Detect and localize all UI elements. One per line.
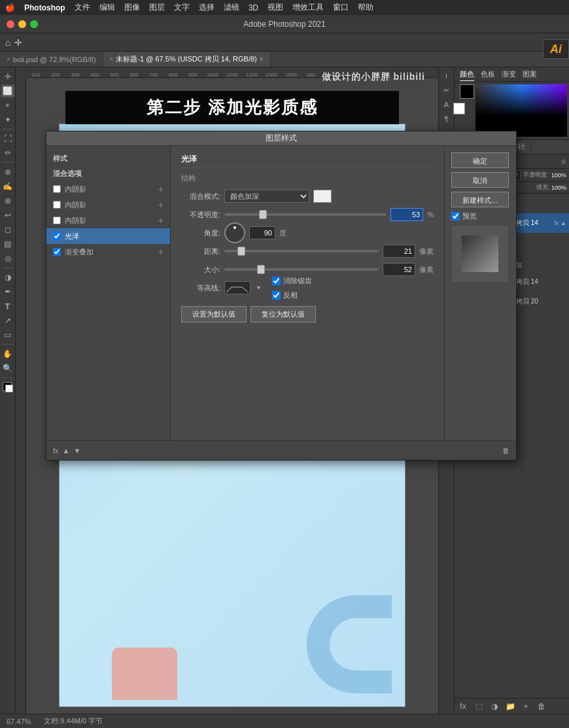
footer-delete-btn[interactable]: 🗑 [502, 447, 509, 455]
tab-boli-close[interactable]: × [7, 56, 10, 63]
footer-up-btn[interactable]: ▲ [63, 447, 70, 455]
stamp-tool[interactable]: ⊗ [1, 194, 14, 207]
history-tool[interactable]: ↩ [1, 209, 14, 222]
selection-tool[interactable]: ⬜ [1, 84, 14, 97]
right-panel-icon-2[interactable]: ✂ [441, 84, 453, 96]
home-icon[interactable]: ⌂ [5, 37, 10, 48]
layer-fx-badge-sel[interactable]: fx ▲ [555, 220, 566, 226]
checkbox-gloss[interactable] [53, 232, 61, 240]
apple-menu[interactable]: 🍎 [5, 3, 15, 12]
crop-tool[interactable]: ⛶ [1, 132, 14, 145]
add-gradient-overlay[interactable]: + [158, 247, 164, 257]
layer-filter-toggle[interactable]: ⊙ [561, 158, 566, 165]
dialog-item-inner-shadow-2[interactable]: 内阴影 + [46, 197, 170, 213]
foreground-color[interactable] [1, 381, 14, 394]
menu-help[interactable]: 帮助 [358, 2, 373, 13]
size-input[interactable] [383, 263, 415, 276]
add-layer-btn[interactable]: + [520, 702, 532, 711]
ok-button[interactable]: 确定 [451, 152, 509, 168]
opacity-input[interactable] [390, 208, 423, 221]
lasso-tool[interactable]: ⌖ [1, 99, 14, 112]
zoom-tool[interactable]: 🔍 [1, 362, 14, 375]
opacity-value[interactable]: 100% [551, 172, 566, 179]
size-slider[interactable] [224, 268, 379, 271]
add-mask-btn[interactable]: ⬚ [473, 702, 485, 711]
menu-layer[interactable]: 图层 [149, 2, 165, 13]
menu-view[interactable]: 视图 [267, 2, 283, 13]
opacity-slider-thumb[interactable] [259, 210, 267, 219]
hand-tool[interactable]: ✋ [1, 347, 14, 360]
checkbox-inner-shadow-2[interactable] [53, 201, 61, 209]
move-tool[interactable]: ✛ [1, 70, 14, 83]
text-tool[interactable]: T [1, 300, 14, 313]
footer-down-btn[interactable]: ▼ [73, 447, 80, 455]
menu-image[interactable]: 图像 [124, 2, 140, 13]
tab-untitled[interactable]: × 未标题-1 @ 67.5% (UISDC 拷贝 14, RGB/8) × [103, 52, 271, 67]
shape-tool[interactable]: ▭ [1, 328, 14, 341]
menu-type[interactable]: 文字 [174, 2, 190, 13]
eraser-tool[interactable]: ◻ [1, 223, 14, 236]
color-spectrum[interactable] [475, 84, 567, 137]
menu-window[interactable]: 窗口 [333, 2, 349, 13]
blend-mode-select-dialog[interactable]: 颜色加深 [224, 190, 309, 203]
add-inner-shadow-2[interactable]: + [158, 199, 164, 210]
reset-default-btn[interactable]: 复位为默认值 [250, 306, 316, 322]
healing-tool[interactable]: ⊕ [1, 165, 14, 179]
dialog-item-inner-shadow-3[interactable]: 内阴影 + [46, 213, 170, 228]
dodge-tool[interactable]: ◑ [1, 271, 14, 284]
checkbox-inner-shadow-3[interactable] [53, 217, 61, 224]
menu-filter[interactable]: 滤镜 [224, 2, 239, 13]
add-inner-shadow-1[interactable]: + [158, 184, 164, 194]
distance-slider[interactable] [224, 250, 379, 252]
fill-value[interactable]: 100% [551, 184, 566, 191]
pen-tool[interactable]: ✒ [1, 285, 14, 298]
tab-untitled-close[interactable]: × [110, 56, 114, 63]
brush-tool[interactable]: ✍ [1, 180, 14, 193]
eyedropper-tool[interactable]: ✏ [1, 147, 14, 160]
maximize-button[interactable] [30, 20, 38, 28]
add-group-btn[interactable]: 📁 [504, 702, 516, 711]
gradient-tool[interactable]: ▤ [1, 237, 14, 251]
add-style-btn[interactable]: fx [457, 702, 469, 711]
menu-3d[interactable]: 3D [249, 3, 258, 12]
dialog-item-gloss[interactable]: 光泽 [46, 228, 170, 244]
minimize-button[interactable] [18, 20, 26, 28]
menu-file[interactable]: 文件 [75, 2, 90, 13]
cancel-button[interactable]: 取消 [451, 172, 509, 188]
right-panel-icon-3[interactable]: A [441, 99, 453, 111]
tab-swatch[interactable]: 色板 [481, 68, 495, 80]
dialog-item-gradient-overlay[interactable]: 渐变叠加 + [46, 244, 170, 260]
menu-edit[interactable]: 编辑 [99, 2, 115, 13]
right-panel-icon-4[interactable]: ¶ [441, 113, 453, 125]
move-tool-icon[interactable]: ✛ [14, 37, 22, 48]
tab-color[interactable]: 颜色 [460, 68, 474, 81]
footer-fx-btn[interactable]: fx [53, 447, 59, 455]
add-inner-shadow-3[interactable]: + [158, 215, 164, 226]
path-tool[interactable]: ↗ [1, 314, 14, 327]
dialog-item-inner-shadow-1[interactable]: 内阴影 + [46, 181, 170, 197]
opacity-slider[interactable] [224, 213, 387, 216]
tab-gradient[interactable]: 渐变 [502, 68, 516, 80]
new-style-button[interactable]: 新建样式... [451, 192, 509, 207]
add-adjustment-btn[interactable]: ◑ [489, 702, 500, 711]
blur-tool[interactable]: ◎ [1, 252, 14, 265]
angle-input[interactable] [249, 226, 275, 239]
blend-color-swatch[interactable] [313, 190, 332, 203]
layer-style-dialog[interactable]: 图层样式 样式 混合选项 内阴影 + 内阴影 + [46, 131, 517, 460]
background-color-square[interactable] [453, 103, 465, 114]
angle-dial[interactable] [224, 222, 245, 243]
tab-pattern[interactable]: 图案 [523, 68, 537, 80]
invert-checkbox[interactable] [272, 291, 281, 300]
set-default-btn[interactable]: 设置为默认值 [181, 306, 247, 322]
preview-checkbox[interactable] [451, 212, 460, 220]
distance-input[interactable] [383, 245, 415, 258]
contour-expand-icon[interactable]: ▼ [256, 285, 262, 291]
menu-select[interactable]: 选择 [199, 2, 215, 13]
checkbox-gradient-overlay[interactable] [53, 248, 61, 256]
delete-layer-btn[interactable]: 🗑 [536, 702, 547, 711]
tab-boli[interactable]: × boli.psd @ 72.8%(RGB/8) [0, 52, 103, 67]
anti-alias-checkbox[interactable] [272, 277, 281, 285]
distance-slider-thumb[interactable] [237, 247, 245, 256]
right-panel-icon-1[interactable]: i [441, 70, 453, 82]
menu-plugins[interactable]: 增效工具 [292, 2, 324, 13]
